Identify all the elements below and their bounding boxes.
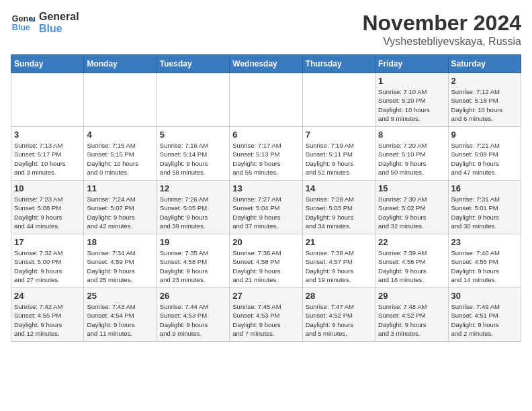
calendar-cell: 10Sunrise: 7:23 AM Sunset: 5:08 PM Dayli… bbox=[11, 181, 84, 234]
day-info: Sunrise: 7:49 AM Sunset: 4:51 PM Dayligh… bbox=[451, 302, 518, 338]
day-header-wednesday: Wednesday bbox=[230, 55, 302, 73]
calendar-week-row: 17Sunrise: 7:32 AM Sunset: 5:00 PM Dayli… bbox=[11, 234, 521, 288]
calendar-cell: 1Sunrise: 7:10 AM Sunset: 5:20 PM Daylig… bbox=[375, 73, 448, 127]
calendar-cell: 26Sunrise: 7:44 AM Sunset: 4:53 PM Dayli… bbox=[157, 288, 229, 342]
calendar-cell bbox=[302, 73, 375, 127]
calendar-cell: 14Sunrise: 7:28 AM Sunset: 5:03 PM Dayli… bbox=[302, 181, 375, 234]
calendar-cell: 21Sunrise: 7:38 AM Sunset: 4:57 PM Dayli… bbox=[302, 234, 375, 288]
day-info: Sunrise: 7:26 AM Sunset: 5:05 PM Dayligh… bbox=[160, 195, 226, 230]
calendar-cell: 29Sunrise: 7:48 AM Sunset: 4:52 PM Dayli… bbox=[375, 288, 448, 342]
day-info: Sunrise: 7:39 AM Sunset: 4:56 PM Dayligh… bbox=[378, 248, 445, 284]
day-info: Sunrise: 7:28 AM Sunset: 5:03 PM Dayligh… bbox=[306, 195, 372, 230]
calendar-cell: 11Sunrise: 7:24 AM Sunset: 5:07 PM Dayli… bbox=[84, 181, 157, 234]
calendar-cell: 13Sunrise: 7:27 AM Sunset: 5:04 PM Dayli… bbox=[230, 181, 302, 234]
day-number: 27 bbox=[232, 291, 299, 301]
day-number: 13 bbox=[232, 183, 299, 193]
day-info: Sunrise: 7:15 AM Sunset: 5:15 PM Dayligh… bbox=[87, 141, 153, 177]
calendar-cell: 2Sunrise: 7:12 AM Sunset: 5:18 PM Daylig… bbox=[448, 73, 521, 127]
day-number: 7 bbox=[306, 130, 372, 140]
calendar-cell: 22Sunrise: 7:39 AM Sunset: 4:56 PM Dayli… bbox=[375, 234, 448, 288]
day-number: 20 bbox=[232, 237, 299, 247]
logo: General Blue General Blue bbox=[11, 11, 79, 35]
day-number: 17 bbox=[14, 237, 81, 247]
calendar-week-row: 24Sunrise: 7:42 AM Sunset: 4:55 PM Dayli… bbox=[11, 288, 521, 342]
day-header-saturday: Saturday bbox=[448, 55, 521, 73]
day-info: Sunrise: 7:16 AM Sunset: 5:14 PM Dayligh… bbox=[160, 141, 226, 177]
calendar-cell: 6Sunrise: 7:17 AM Sunset: 5:13 PM Daylig… bbox=[230, 127, 302, 181]
day-header-tuesday: Tuesday bbox=[157, 55, 229, 73]
calendar-cell: 20Sunrise: 7:36 AM Sunset: 4:58 PM Dayli… bbox=[230, 234, 302, 288]
day-header-thursday: Thursday bbox=[302, 55, 375, 73]
day-info: Sunrise: 7:12 AM Sunset: 5:18 PM Dayligh… bbox=[451, 87, 518, 123]
calendar-body: 1Sunrise: 7:10 AM Sunset: 5:20 PM Daylig… bbox=[11, 73, 521, 342]
day-number: 6 bbox=[232, 130, 299, 140]
day-number: 12 bbox=[160, 183, 226, 193]
day-number: 11 bbox=[87, 183, 153, 193]
day-number: 3 bbox=[14, 130, 81, 140]
calendar-cell: 16Sunrise: 7:31 AM Sunset: 5:01 PM Dayli… bbox=[448, 181, 521, 234]
svg-text:Blue: Blue bbox=[12, 23, 30, 32]
day-number: 29 bbox=[378, 291, 445, 301]
day-info: Sunrise: 7:27 AM Sunset: 5:04 PM Dayligh… bbox=[232, 195, 299, 230]
day-info: Sunrise: 7:30 AM Sunset: 5:02 PM Dayligh… bbox=[378, 195, 445, 230]
day-info: Sunrise: 7:36 AM Sunset: 4:58 PM Dayligh… bbox=[232, 248, 299, 284]
calendar-cell: 17Sunrise: 7:32 AM Sunset: 5:00 PM Dayli… bbox=[11, 234, 84, 288]
day-number: 21 bbox=[306, 237, 372, 247]
calendar-week-row: 1Sunrise: 7:10 AM Sunset: 5:20 PM Daylig… bbox=[11, 73, 521, 127]
calendar-cell: 30Sunrise: 7:49 AM Sunset: 4:51 PM Dayli… bbox=[448, 288, 521, 342]
day-info: Sunrise: 7:44 AM Sunset: 4:53 PM Dayligh… bbox=[160, 302, 226, 338]
day-info: Sunrise: 7:23 AM Sunset: 5:08 PM Dayligh… bbox=[14, 195, 81, 230]
day-number: 23 bbox=[451, 237, 518, 247]
calendar-cell: 18Sunrise: 7:34 AM Sunset: 4:59 PM Dayli… bbox=[84, 234, 157, 288]
day-number: 9 bbox=[451, 130, 518, 140]
day-info: Sunrise: 7:17 AM Sunset: 5:13 PM Dayligh… bbox=[232, 141, 299, 177]
day-number: 1 bbox=[378, 76, 445, 86]
day-info: Sunrise: 7:13 AM Sunset: 5:17 PM Dayligh… bbox=[14, 141, 81, 177]
calendar-cell: 28Sunrise: 7:47 AM Sunset: 4:52 PM Dayli… bbox=[302, 288, 375, 342]
logo-general: General bbox=[39, 11, 79, 23]
day-number: 4 bbox=[87, 130, 153, 140]
calendar-table: SundayMondayTuesdayWednesdayThursdayFrid… bbox=[11, 54, 521, 342]
day-info: Sunrise: 7:45 AM Sunset: 4:53 PM Dayligh… bbox=[232, 302, 299, 338]
day-number: 18 bbox=[87, 237, 153, 247]
calendar-cell: 5Sunrise: 7:16 AM Sunset: 5:14 PM Daylig… bbox=[157, 127, 229, 181]
calendar-cell: 8Sunrise: 7:20 AM Sunset: 5:10 PM Daylig… bbox=[375, 127, 448, 181]
day-info: Sunrise: 7:43 AM Sunset: 4:54 PM Dayligh… bbox=[87, 302, 153, 338]
calendar-cell: 25Sunrise: 7:43 AM Sunset: 4:54 PM Dayli… bbox=[84, 288, 157, 342]
day-info: Sunrise: 7:47 AM Sunset: 4:52 PM Dayligh… bbox=[306, 302, 372, 338]
calendar-cell: 19Sunrise: 7:35 AM Sunset: 4:58 PM Dayli… bbox=[157, 234, 229, 288]
title-area: November 2024 Vyshestebliyevskaya, Russi… bbox=[362, 11, 521, 48]
day-info: Sunrise: 7:35 AM Sunset: 4:58 PM Dayligh… bbox=[160, 248, 226, 284]
day-number: 24 bbox=[14, 291, 81, 301]
calendar-week-row: 3Sunrise: 7:13 AM Sunset: 5:17 PM Daylig… bbox=[11, 127, 521, 181]
header: General Blue General Blue November 2024 … bbox=[11, 11, 521, 48]
day-header-friday: Friday bbox=[375, 55, 448, 73]
calendar-cell: 24Sunrise: 7:42 AM Sunset: 4:55 PM Dayli… bbox=[11, 288, 84, 342]
calendar-cell bbox=[11, 73, 84, 127]
calendar-cell: 3Sunrise: 7:13 AM Sunset: 5:17 PM Daylig… bbox=[11, 127, 84, 181]
day-info: Sunrise: 7:10 AM Sunset: 5:20 PM Dayligh… bbox=[378, 87, 445, 123]
day-number: 25 bbox=[87, 291, 153, 301]
day-number: 26 bbox=[160, 291, 226, 301]
calendar-cell: 7Sunrise: 7:19 AM Sunset: 5:11 PM Daylig… bbox=[302, 127, 375, 181]
day-info: Sunrise: 7:32 AM Sunset: 5:00 PM Dayligh… bbox=[14, 248, 81, 284]
calendar-cell: 12Sunrise: 7:26 AM Sunset: 5:05 PM Dayli… bbox=[157, 181, 229, 234]
day-header-monday: Monday bbox=[84, 55, 157, 73]
day-info: Sunrise: 7:48 AM Sunset: 4:52 PM Dayligh… bbox=[378, 302, 445, 338]
day-number: 16 bbox=[451, 183, 518, 193]
calendar-cell: 15Sunrise: 7:30 AM Sunset: 5:02 PM Dayli… bbox=[375, 181, 448, 234]
calendar-week-row: 10Sunrise: 7:23 AM Sunset: 5:08 PM Dayli… bbox=[11, 181, 521, 234]
logo-icon: General Blue bbox=[11, 11, 35, 35]
day-number: 19 bbox=[160, 237, 226, 247]
calendar-cell: 23Sunrise: 7:40 AM Sunset: 4:55 PM Dayli… bbox=[448, 234, 521, 288]
day-number: 2 bbox=[451, 76, 518, 86]
day-info: Sunrise: 7:34 AM Sunset: 4:59 PM Dayligh… bbox=[87, 248, 153, 284]
day-info: Sunrise: 7:24 AM Sunset: 5:07 PM Dayligh… bbox=[87, 195, 153, 230]
day-info: Sunrise: 7:40 AM Sunset: 4:55 PM Dayligh… bbox=[451, 248, 518, 284]
day-info: Sunrise: 7:19 AM Sunset: 5:11 PM Dayligh… bbox=[306, 141, 372, 177]
logo-blue: Blue bbox=[39, 23, 79, 35]
calendar-header-row: SundayMondayTuesdayWednesdayThursdayFrid… bbox=[11, 55, 521, 73]
day-info: Sunrise: 7:31 AM Sunset: 5:01 PM Dayligh… bbox=[451, 195, 518, 230]
calendar-cell bbox=[84, 73, 157, 127]
calendar-cell: 4Sunrise: 7:15 AM Sunset: 5:15 PM Daylig… bbox=[84, 127, 157, 181]
